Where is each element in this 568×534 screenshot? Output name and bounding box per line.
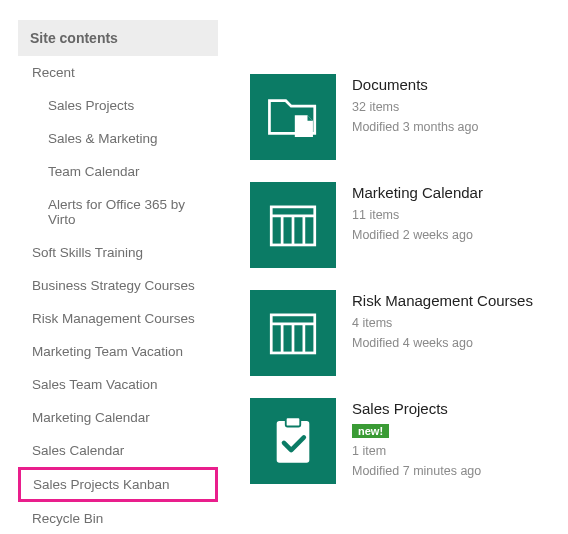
tile-meta: Sales Projectsnew!1 itemModified 7 minut… [352, 398, 481, 484]
tile-count: 32 items [352, 97, 478, 117]
tile-title: Risk Management Courses [352, 292, 533, 309]
folder-file-icon [250, 74, 336, 160]
content-tile[interactable]: Marketing Calendar11 itemsModified 2 wee… [250, 182, 550, 268]
tile-count: 1 item [352, 441, 481, 461]
tile-meta: Documents32 itemsModified 3 months ago [352, 74, 478, 160]
calendar-icon [250, 290, 336, 376]
tile-title: Sales Projects [352, 400, 481, 417]
nav-item[interactable]: Marketing Team Vacation [18, 335, 218, 368]
content-tile[interactable]: Documents32 itemsModified 3 months ago [250, 74, 550, 160]
nav-item[interactable]: Business Strategy Courses [18, 269, 218, 302]
nav-item[interactable]: Marketing Calendar [18, 401, 218, 434]
nav-item[interactable]: Risk Management Courses [18, 302, 218, 335]
nav-item[interactable]: Sales Calendar [18, 434, 218, 467]
content-tile[interactable]: Risk Management Courses4 itemsModified 4… [250, 290, 550, 376]
tile-modified: Modified 4 weeks ago [352, 333, 533, 353]
new-badge: new! [352, 424, 389, 438]
nav-recent-item[interactable]: Sales & Marketing [18, 122, 218, 155]
tile-modified: Modified 2 weeks ago [352, 225, 483, 245]
content-area: Documents32 itemsModified 3 months agoMa… [218, 20, 550, 514]
nav-recent-item[interactable]: Sales Projects [18, 89, 218, 122]
nav-item[interactable]: Sales Projects Kanban [18, 467, 218, 502]
sidebar: Site contents Recent Sales ProjectsSales… [18, 20, 218, 514]
tile-count: 4 items [352, 313, 533, 333]
tile-title: Marketing Calendar [352, 184, 483, 201]
tile-modified: Modified 3 months ago [352, 117, 478, 137]
tile-count: 11 items [352, 205, 483, 225]
tile-meta: Marketing Calendar11 itemsModified 2 wee… [352, 182, 483, 268]
content-tile[interactable]: Sales Projectsnew!1 itemModified 7 minut… [250, 398, 550, 484]
nav-item[interactable]: Soft Skills Training [18, 236, 218, 269]
nav-item[interactable]: Sales Team Vacation [18, 368, 218, 401]
nav-recent-item[interactable]: Team Calendar [18, 155, 218, 188]
nav-recent-item[interactable]: Alerts for Office 365 by Virto [18, 188, 218, 236]
calendar-icon [250, 182, 336, 268]
tile-title: Documents [352, 76, 478, 93]
tile-modified: Modified 7 minutes ago [352, 461, 481, 481]
sidebar-header[interactable]: Site contents [18, 20, 218, 56]
nav-item[interactable]: Recycle Bin [18, 502, 218, 534]
page: Site contents Recent Sales ProjectsSales… [0, 0, 568, 534]
nav-recent[interactable]: Recent [18, 56, 218, 89]
clipboard-check-icon [250, 398, 336, 484]
tile-meta: Risk Management Courses4 itemsModified 4… [352, 290, 533, 376]
